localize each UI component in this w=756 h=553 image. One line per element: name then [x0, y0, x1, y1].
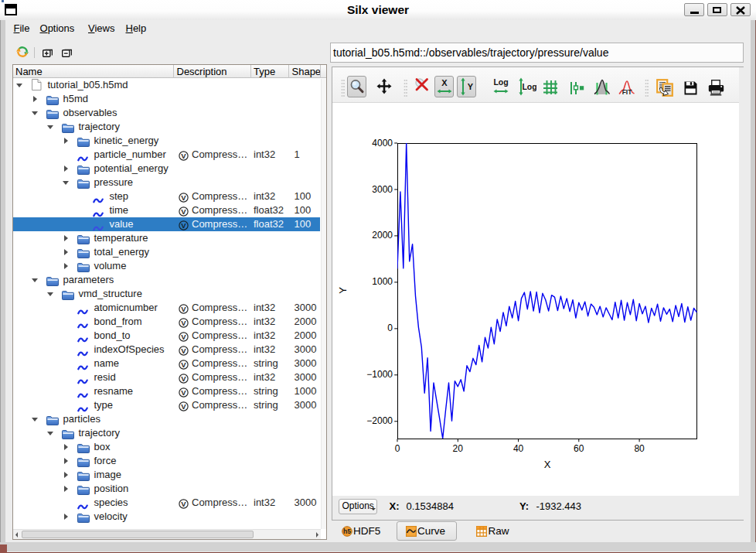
svg-text:h5: h5	[343, 527, 351, 535]
